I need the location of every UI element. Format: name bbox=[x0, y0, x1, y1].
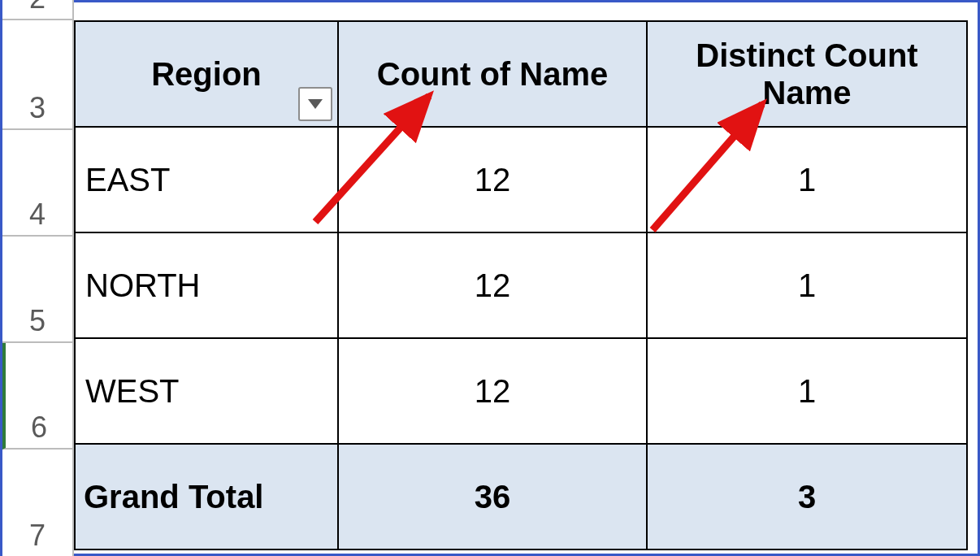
row-header-6[interactable]: 6 bbox=[2, 343, 74, 450]
row-number: 6 bbox=[31, 410, 47, 445]
column-header-region[interactable]: Region bbox=[75, 21, 338, 127]
header-label: Distinct Count Name bbox=[696, 37, 917, 111]
column-header-count[interactable]: Count of Name bbox=[338, 21, 647, 127]
table-row: EAST 12 1 bbox=[75, 127, 967, 232]
row-number: 5 bbox=[29, 304, 46, 338]
header-label: Region bbox=[151, 56, 262, 92]
row-header-2[interactable]: 2 bbox=[2, 0, 74, 20]
grand-total-row: Grand Total 36 3 bbox=[75, 444, 967, 549]
cell-region[interactable]: EAST bbox=[75, 127, 338, 232]
svg-marker-0 bbox=[308, 99, 323, 109]
cell-region[interactable]: NORTH bbox=[75, 232, 338, 338]
cell-grand-total-distinct[interactable]: 3 bbox=[647, 444, 967, 549]
row-number: 4 bbox=[29, 198, 46, 232]
cell-distinct[interactable]: 1 bbox=[647, 232, 967, 338]
row-header-3[interactable]: 3 bbox=[2, 20, 74, 130]
pivot-table: Region Count of Name Distinct Count Name… bbox=[74, 20, 968, 550]
table-row: WEST 12 1 bbox=[75, 338, 967, 444]
header-label: Count of Name bbox=[377, 56, 608, 92]
row-header-gutter: 2 3 4 5 6 7 bbox=[2, 2, 74, 554]
chevron-down-icon bbox=[308, 99, 323, 109]
cell-count[interactable]: 12 bbox=[338, 338, 647, 444]
pivot-header-row: Region Count of Name Distinct Count Name bbox=[75, 21, 967, 127]
row-header-4[interactable]: 4 bbox=[2, 130, 74, 237]
row-header-7[interactable]: 7 bbox=[2, 450, 74, 556]
row-number: 7 bbox=[29, 519, 46, 553]
row-number: 2 bbox=[29, 0, 46, 15]
filter-dropdown-button[interactable] bbox=[298, 87, 332, 121]
cell-region[interactable]: WEST bbox=[75, 338, 338, 444]
cell-distinct[interactable]: 1 bbox=[647, 338, 967, 444]
table-row: NORTH 12 1 bbox=[75, 232, 967, 338]
cell-grand-total-count[interactable]: 36 bbox=[338, 444, 647, 549]
column-header-distinct[interactable]: Distinct Count Name bbox=[647, 21, 967, 127]
row-number: 3 bbox=[29, 91, 46, 125]
row-header-5[interactable]: 5 bbox=[2, 237, 74, 343]
cell-distinct[interactable]: 1 bbox=[647, 127, 967, 232]
cell-count[interactable]: 12 bbox=[338, 232, 647, 338]
cell-count[interactable]: 12 bbox=[338, 127, 647, 232]
spreadsheet-viewport: 2 3 4 5 6 7 Region bbox=[0, 0, 980, 556]
cell-grand-total-label[interactable]: Grand Total bbox=[75, 444, 338, 549]
